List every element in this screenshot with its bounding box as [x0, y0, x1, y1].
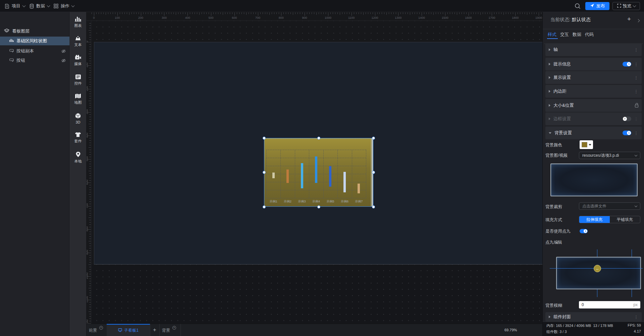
layer-item-1[interactable]: 基础区间柱状图 [0, 37, 69, 45]
resize-handle[interactable] [372, 205, 375, 208]
ruler-tick [312, 12, 312, 14]
ruler-tick [230, 12, 230, 14]
toolbar-item-图表[interactable]: 图表 [69, 16, 87, 28]
bg-image-select[interactable]: resources/选项3.p.di [579, 152, 640, 159]
toolbar-item-3D[interactable]: 3D [69, 113, 87, 124]
section-toggle-on[interactable]: 1 [623, 62, 631, 66]
bg-crop-select[interactable]: 点击选择文件 [579, 202, 640, 210]
bg-color-picker[interactable] [580, 140, 593, 149]
resize-handle[interactable] [263, 171, 266, 174]
section-背景设置[interactable]: 背景设置1⋮ [545, 127, 642, 139]
section-menu-icon[interactable]: ⋮ [634, 116, 638, 122]
resize-handle[interactable] [263, 137, 266, 140]
add-state-icon[interactable]: + [627, 15, 631, 23]
tab-交互[interactable]: 交互 [560, 32, 569, 38]
ruler-tick [89, 143, 91, 143]
section-toggle-off[interactable]: 0 [623, 116, 631, 121]
section-menu-icon[interactable]: ⋮ [634, 47, 638, 52]
ruler-tick [89, 73, 91, 73]
toolbar-item-label: 本地 [74, 159, 82, 164]
ruler-tick [417, 12, 417, 14]
section-component-cover[interactable]: 组件封面 ⋮ [545, 312, 642, 322]
resize-handle[interactable] [372, 171, 375, 174]
layers-panel-header: 看板图层 [4, 28, 30, 34]
background-tab[interactable]: 背景 [162, 328, 170, 333]
section-menu-icon[interactable]: ⋮ [634, 62, 638, 67]
add-foreground-icon[interactable]: + [99, 326, 103, 330]
resize-handle[interactable] [317, 205, 320, 208]
chevron-right-icon[interactable] [637, 19, 640, 22]
ruler-label: 200 [87, 85, 89, 92]
selected-component-range-bar-chart[interactable]: 示例1示例2示例3示例4示例5示例6示例7 [264, 138, 373, 207]
add-tab-button[interactable]: + [153, 327, 156, 333]
resize-handle[interactable] [372, 137, 375, 140]
resize-handle[interactable] [317, 137, 320, 140]
fullscreen-icon [617, 4, 621, 9]
ruler-tick [293, 12, 293, 15]
eye-off-icon[interactable] [61, 49, 66, 53]
ninepatch-toggle[interactable]: 1 [580, 229, 588, 233]
toolbar-item-控件[interactable]: 控件 [69, 74, 87, 86]
toolbar-item-label: 3D [75, 120, 80, 124]
ruler-label: 1800 [510, 16, 520, 19]
section-内边距[interactable]: 内边距⋮ [545, 85, 642, 98]
ruler-tick [202, 12, 202, 14]
layer-item-3[interactable]: 按钮 [0, 56, 69, 65]
toolbar-item-套件[interactable]: 套件 [69, 132, 87, 144]
section-提示信息[interactable]: 提示信息1⋮ [545, 58, 642, 70]
tab-数据[interactable]: 数据 [573, 32, 581, 38]
menu-1[interactable]: 项目 [5, 0, 25, 12]
ruler-tick [232, 12, 232, 14]
section-menu-icon[interactable]: ⋮ [634, 89, 638, 94]
grid-line [266, 190, 366, 190]
layer-item-label: 按钮 [16, 57, 25, 63]
foreground-tab[interactable]: 前景 [89, 328, 97, 333]
fill-option-平铺填充[interactable]: 平铺填充 [610, 216, 640, 223]
caret-right-icon [549, 76, 550, 79]
ruler-tick [405, 12, 406, 14]
preview-button[interactable]: 预览 [612, 2, 640, 10]
ruler-tick [508, 12, 508, 14]
ruler-tick [302, 12, 303, 14]
tab-样式[interactable]: 样式 [548, 32, 556, 38]
ruler-tick [89, 246, 91, 246]
ruler-tick [494, 12, 494, 14]
eye-off-icon[interactable] [61, 58, 66, 63]
tab-代码[interactable]: 代码 [585, 32, 594, 38]
section-toggle-on[interactable]: 1 [623, 131, 631, 135]
fill-option-拉伸填充[interactable]: 拉伸填充 [579, 216, 610, 223]
ruler-tick [253, 12, 254, 14]
resize-handle[interactable] [263, 205, 266, 208]
publish-button[interactable]: 发布 [585, 2, 609, 10]
section-轴[interactable]: 轴⋮ [545, 43, 642, 56]
menu-label: 操作 [61, 3, 69, 9]
media-icon [75, 55, 81, 60]
section-边框设置[interactable]: 边框设置0⋮ [545, 112, 642, 125]
canvas-area[interactable]: 0100200300400500600700800900100011001200… [87, 12, 542, 336]
bg-blur-input[interactable]: 0 px [579, 301, 640, 308]
toolbar-item-本地[interactable]: 本地 [69, 151, 87, 164]
add-background-icon[interactable]: + [172, 326, 176, 330]
section-menu-icon[interactable]: ⋮ [634, 131, 638, 136]
section-menu-icon[interactable]: ⋮ [634, 315, 638, 320]
toolbar-item-地图[interactable]: 地图 [69, 93, 87, 105]
zoom-level[interactable]: 69.79% [504, 328, 517, 332]
caret-right-icon [549, 48, 550, 51]
ninepatch-drag-handle[interactable]: ↔ [594, 265, 601, 272]
caret-right-icon [549, 63, 550, 65]
ruler-tick [89, 227, 91, 227]
section-展示设置[interactable]: 展示设置⋮ [545, 71, 642, 84]
ruler-tick [89, 307, 91, 307]
section-menu-icon[interactable]: ⋮ [634, 75, 638, 80]
button-icon [9, 49, 14, 54]
menu-2[interactable]: 数据 [30, 0, 50, 12]
lock-icon[interactable] [635, 105, 638, 107]
layer-item-2[interactable]: 按钮副本 [0, 46, 69, 56]
menu-3[interactable]: 操作 [54, 0, 74, 12]
toolbar-item-媒体[interactable]: 媒体 [69, 55, 87, 66]
toolbar-item-文本[interactable]: 文本 [69, 36, 87, 47]
section-大小&位置[interactable]: 大小&位置 [545, 99, 642, 112]
ruler-tick [452, 12, 452, 14]
search-icon[interactable] [574, 3, 582, 10]
tab-sub-dashboard[interactable]: 子看板1 [107, 324, 150, 336]
